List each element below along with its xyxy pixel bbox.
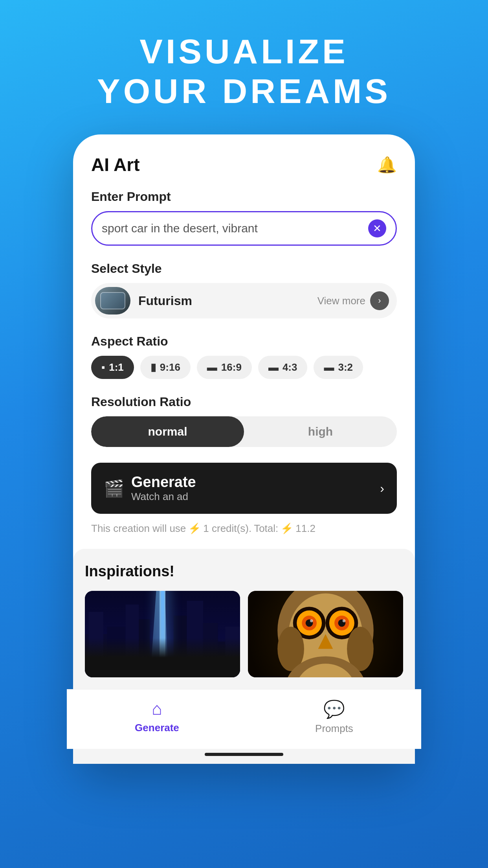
credits-amount: 1 credit(s).	[203, 522, 251, 535]
style-label: Select Style	[91, 261, 397, 276]
view-more-button[interactable]: ›	[370, 291, 389, 310]
nav-generate-label: Generate	[135, 722, 179, 734]
style-name: Futurism	[138, 294, 317, 308]
aspect-icon-16-9: ▬	[207, 361, 217, 373]
svg-rect-10	[203, 623, 218, 677]
svg-rect-6	[125, 605, 139, 677]
aspect-label-9-16: 9:16	[160, 361, 180, 373]
headline-line2: YOUR DREAMS	[97, 71, 391, 111]
svg-point-27	[310, 620, 313, 623]
svg-point-28	[343, 620, 346, 623]
svg-rect-9	[187, 601, 203, 678]
prompt-section: Enter Prompt sport car in the desert, vi…	[91, 189, 397, 261]
nav-prompts-label: Prompts	[315, 723, 353, 735]
svg-rect-12	[225, 627, 240, 678]
svg-rect-5	[107, 627, 125, 678]
aspect-btn-4-3[interactable]: ▬ 4:3	[258, 356, 308, 379]
aspect-icon-4-3: ▬	[268, 361, 279, 373]
svg-rect-7	[139, 620, 150, 678]
credits-info: This creation will use ⚡ 1 credit(s). To…	[91, 522, 397, 535]
aspect-label-4-3: 4:3	[283, 361, 297, 373]
svg-rect-8	[174, 616, 187, 677]
resolution-label: Resolution Ratio	[91, 395, 397, 409]
app-header: AI Art 🔔	[91, 154, 397, 175]
aspect-label-3-2: 3:2	[338, 361, 353, 373]
resolution-section: Resolution Ratio normal high	[91, 395, 397, 463]
app-title: AI Art	[91, 154, 140, 175]
svg-rect-2	[160, 591, 165, 677]
aspect-btn-3-2[interactable]: ▬ 3:2	[314, 356, 363, 379]
aspect-btn-9-16[interactable]: ▮ 9:16	[140, 356, 191, 379]
credits-total-value: 11.2	[295, 522, 316, 535]
style-thumbnail	[95, 287, 130, 314]
nav-prompts[interactable]: 💬 Prompts	[315, 699, 353, 735]
credits-text: This creation will use	[91, 522, 186, 535]
aspect-label-16-9: 16:9	[221, 361, 242, 373]
inspiration-owl[interactable]	[248, 591, 403, 677]
svg-rect-4	[88, 612, 103, 677]
aspect-btn-16-9[interactable]: ▬ 16:9	[197, 356, 252, 379]
aspect-icon-1-1: ▪	[101, 361, 105, 373]
aspect-ratio-label: Aspect Ratio	[91, 334, 397, 349]
bell-icon[interactable]: 🔔	[377, 156, 397, 174]
prompts-icon: 💬	[323, 699, 345, 719]
inspirations-title: Inspirations!	[85, 563, 403, 580]
headline-line1: VISUALIZE	[97, 31, 391, 71]
style-thumbnail-inner	[95, 287, 130, 314]
prompt-value: sport car in the desert, vibrant	[102, 222, 368, 235]
style-section: Select Style Futurism View more ›	[91, 261, 397, 334]
watch-ad-label: Watch an ad	[131, 491, 196, 503]
inspirations-section: Inspirations!	[73, 549, 415, 764]
credits-lightning-1: ⚡	[188, 522, 201, 535]
svg-rect-11	[218, 642, 240, 677]
generate-button[interactable]: 🎬 Generate Watch an ad ›	[91, 463, 397, 514]
nav-generate[interactable]: ⌂ Generate	[135, 699, 179, 735]
aspect-btn-1-1[interactable]: ▪ 1:1	[91, 356, 134, 379]
aspect-ratio-options: ▪ 1:1 ▮ 9:16 ▬ 16:9 ▬ 4:3 ▬ 3:2	[91, 356, 397, 379]
aspect-label-1-1: 1:1	[109, 361, 124, 373]
svg-rect-3	[85, 634, 107, 677]
clear-button[interactable]: ✕	[368, 219, 386, 237]
aspect-icon-3-2: ▬	[324, 361, 334, 373]
resolution-high[interactable]: high	[244, 416, 397, 447]
view-more-label: View more	[317, 295, 365, 307]
credits-total-label: Total:	[254, 522, 278, 535]
aspect-ratio-section: Aspect Ratio ▪ 1:1 ▮ 9:16 ▬ 16:9 ▬ 4:3 ▬…	[91, 334, 397, 395]
resolution-normal[interactable]: normal	[91, 416, 244, 447]
prompt-input-wrapper[interactable]: sport car in the desert, vibrant ✕	[91, 211, 397, 246]
inspiration-city[interactable]	[85, 591, 240, 677]
generate-arrow-icon: ›	[380, 481, 384, 496]
inspirations-grid	[85, 591, 403, 677]
magic-icon: 🎬	[104, 479, 124, 498]
bottom-nav: ⌂ Generate 💬 Prompts	[67, 689, 421, 749]
credits-lightning-2: ⚡	[281, 522, 293, 535]
prompt-label: Enter Prompt	[91, 189, 397, 204]
home-indicator	[205, 753, 283, 756]
home-icon: ⌂	[152, 699, 162, 719]
style-selector[interactable]: Futurism View more ›	[91, 283, 397, 318]
resolution-options: normal high	[91, 416, 397, 447]
aspect-icon-9-16: ▮	[150, 361, 156, 373]
phone-frame: AI Art 🔔 Enter Prompt sport car in the d…	[73, 134, 415, 764]
headline: VISUALIZE YOUR DREAMS	[97, 0, 391, 111]
city-buildings	[85, 591, 240, 677]
generate-label: Generate	[131, 474, 196, 491]
